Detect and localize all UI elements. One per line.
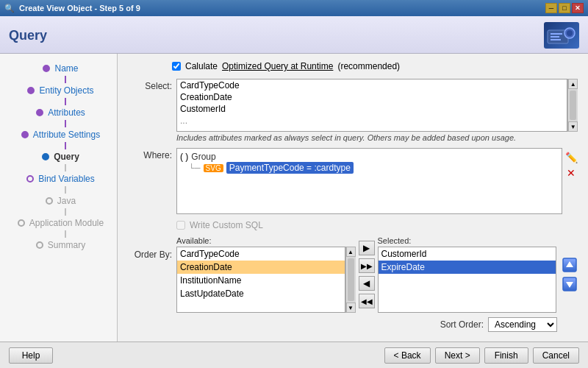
scroll-thumb (570, 91, 576, 120)
sidebar-item-application-module: Application Module (6, 216, 111, 230)
move-down-button[interactable] (562, 276, 578, 292)
next-button[interactable]: Next > (435, 347, 480, 364)
svg-rect-4 (551, 36, 559, 38)
select-item-cardtypecode[interactable]: CardTypeCode (177, 79, 567, 91)
svg-rect-5 (551, 39, 561, 40)
content-area: Name Entity Objects Attributes Attribute… (0, 54, 588, 342)
select-item-creationdate[interactable]: CreationDate (177, 91, 567, 103)
available-listbox[interactable]: CardTypeCode CreationDate InstitutionNam… (176, 247, 345, 313)
cancel-button[interactable]: Cancel (533, 347, 579, 364)
sidebar-item-entity-objects[interactable]: Entity Objects (15, 83, 101, 98)
nav-dot-bind (26, 175, 34, 183)
selected-item-expiredate[interactable]: ExpireDate (379, 261, 556, 274)
main-window: Query Name En (0, 16, 588, 368)
optimize-label-1: Calulate (185, 61, 218, 71)
order-by-content: Available: CardTypeCode CreationDate Ins… (176, 236, 578, 332)
title-bar: 🔍 Create View Object - Step 5 of 9 ─ □ ✕ (0, 0, 588, 16)
sidebar: Name Entity Objects Attributes Attribute… (0, 54, 118, 342)
custom-sql-row: Write Custom SQL (176, 220, 578, 230)
optimize-query-checkbox[interactable] (172, 62, 181, 71)
nav-dot-entity (27, 87, 35, 94)
help-button[interactable]: Help (9, 347, 53, 364)
title-bar-icon: 🔍 (4, 4, 15, 13)
back-button[interactable]: < Back (384, 347, 431, 364)
sidebar-item-attribute-settings[interactable]: Attribute Settings (10, 127, 107, 142)
available-label: Available: (176, 236, 356, 245)
sort-order-label: Sort Order: (440, 319, 484, 330)
nav-dot-summary (36, 241, 43, 249)
move-up-button[interactable] (562, 257, 578, 273)
avail-scroll-down[interactable]: ▼ (346, 302, 356, 313)
edit-where-button[interactable]: ✏️ (564, 151, 578, 164)
custom-sql-checkbox (176, 221, 185, 230)
avail-scroll-thumb (348, 258, 354, 301)
order-side-buttons (562, 257, 578, 292)
window-header: Query (0, 16, 588, 54)
condition-text[interactable]: PaymentTypeCode = :cardtype (226, 162, 354, 174)
select-item-more: ... (177, 115, 567, 127)
available-item-lastupdatedate[interactable]: LastUpdateDate (177, 287, 345, 300)
selected-item-customerid[interactable]: CustomerId (379, 247, 556, 261)
optimize-label-3: (recommended) (337, 61, 400, 71)
where-row: Where: ( ) Group └─ SVG PaymentTypeCode … (128, 148, 578, 214)
avail-scroll-up[interactable]: ▲ (346, 247, 356, 257)
select-field: CardTypeCode CreationDate CustomerId ...… (176, 79, 578, 142)
selected-label: Selected: (378, 236, 557, 245)
available-item-institutionname[interactable]: InstitutionName (177, 274, 345, 287)
main-content: Calulate Optimized Query at Runtime (rec… (118, 54, 588, 342)
sidebar-item-java: Java (34, 194, 83, 208)
scroll-up-arrow[interactable]: ▲ (568, 79, 578, 89)
nav-line-4 (65, 142, 66, 149)
nav-dot-attributes (36, 109, 43, 116)
nav-dot-query (42, 153, 49, 160)
move-all-left-button[interactable]: ◀◀ (359, 294, 375, 308)
sidebar-item-query: Query (30, 149, 87, 164)
where-box[interactable]: ( ) Group └─ SVG PaymentTypeCode = :card… (176, 148, 562, 214)
nav-line-5 (65, 164, 66, 171)
order-move-buttons: ▶ ▶▶ ◀ ◀◀ (359, 241, 375, 308)
selected-listbox[interactable]: CustomerId ExpireDate (378, 247, 557, 313)
sidebar-item-attributes[interactable]: Attributes (24, 105, 93, 120)
sort-order-row: Sort Order: Ascending Descending (176, 317, 578, 332)
sidebar-item-summary: Summary (24, 238, 93, 252)
tree-line: └─ (189, 163, 201, 172)
where-condition-row: └─ SVG PaymentTypeCode = :cardtype (189, 162, 559, 174)
move-left-button[interactable]: ◀ (359, 276, 375, 291)
nav-dot-attr-settings (21, 131, 29, 138)
custom-sql-label: Write Custom SQL (190, 220, 263, 230)
order-by-label: Order By: (128, 236, 172, 260)
sidebar-item-name[interactable]: Name (31, 61, 85, 76)
group-paren-open: ( ) (180, 152, 188, 162)
maximize-button[interactable]: □ (559, 3, 570, 13)
title-bar-text: Create View Object - Step 5 of 9 (19, 4, 140, 13)
where-label: Where: (128, 148, 172, 160)
move-right-button[interactable]: ▶ (359, 241, 375, 255)
where-group-row: ( ) Group (180, 152, 559, 162)
nav-line-1 (65, 76, 66, 83)
select-scrollbar[interactable]: ▲ ▼ (567, 79, 578, 132)
available-section: Available: CardTypeCode CreationDate Ins… (176, 236, 356, 313)
footer: Help < Back Next > Finish Cancel (0, 342, 588, 368)
order-lists-row: Available: CardTypeCode CreationDate Ins… (176, 236, 578, 313)
order-by-row: Order By: Available: CardTypeCode Creati… (128, 236, 578, 332)
finish-button[interactable]: Finish (484, 347, 528, 364)
optimize-query-row: Calulate Optimized Query at Runtime (rec… (172, 61, 578, 71)
nav-line-6 (65, 186, 66, 194)
nav-line-2 (65, 98, 66, 105)
select-label: Select: (128, 79, 172, 91)
scroll-down-arrow[interactable]: ▼ (568, 121, 578, 132)
available-scrollbar[interactable]: ▲ ▼ (345, 247, 356, 313)
move-all-right-button[interactable]: ▶▶ (359, 258, 375, 273)
available-item-creationdate[interactable]: CreationDate (177, 261, 345, 274)
select-listbox[interactable]: CardTypeCode CreationDate CustomerId ... (176, 79, 567, 132)
minimize-button[interactable]: ─ (545, 3, 557, 13)
sidebar-item-bind-variables[interactable]: Bind Variables (15, 171, 102, 186)
bind-chip: SVG (204, 164, 223, 172)
close-button[interactable]: ✕ (572, 3, 584, 13)
nav-line-7 (65, 208, 66, 216)
page-title: Query (9, 28, 47, 43)
available-item-cardtypecode[interactable]: CardTypeCode (177, 247, 345, 261)
delete-where-button[interactable]: ✕ (564, 166, 578, 180)
select-item-customerid[interactable]: CustomerId (177, 103, 567, 115)
sort-order-select[interactable]: Ascending Descending (488, 317, 557, 332)
